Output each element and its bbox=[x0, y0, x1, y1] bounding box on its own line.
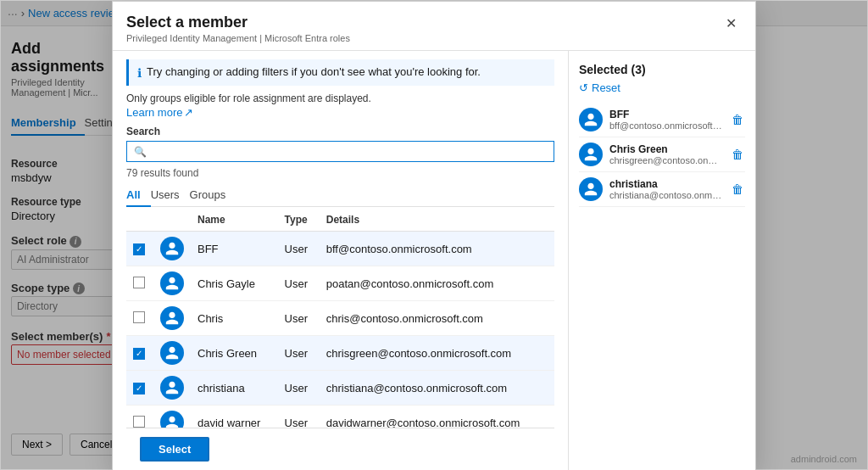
search-box: 🔍 bbox=[126, 141, 554, 162]
th-details: Details bbox=[320, 207, 554, 232]
modal-title: Select a member bbox=[126, 26, 350, 31]
learn-more-link[interactable]: Learn more ↗ bbox=[126, 106, 554, 119]
selected-info: BFF bff@contoso.onmicrosoft.com bbox=[609, 109, 723, 131]
row-avatar-cell bbox=[153, 266, 191, 301]
row-checkbox[interactable] bbox=[133, 311, 145, 323]
row-type: User bbox=[278, 371, 320, 406]
row-type: User bbox=[278, 301, 320, 336]
row-details: poatan@contoso.onmicrosoft.com bbox=[320, 266, 554, 301]
row-details: chris@contoso.onmicrosoft.com bbox=[320, 301, 554, 336]
selected-item: Chris Green chrisgreen@contoso.onmicroso… bbox=[579, 137, 745, 172]
selected-avatar bbox=[579, 143, 603, 166]
row-checkbox[interactable]: ✓ bbox=[133, 383, 145, 394]
row-avatar-cell bbox=[153, 232, 191, 266]
selected-panel: Selected (3) ↺ Reset BFF bff@contoso.onm… bbox=[569, 51, 755, 469]
table-row[interactable]: ✓Chris GreenUserchrisgreen@contoso.onmic… bbox=[126, 336, 554, 371]
row-checkbox-cell: ✓ bbox=[126, 232, 153, 266]
selected-email: chrisgreen@contoso.onmicrosoft.com bbox=[609, 155, 723, 165]
row-avatar-cell bbox=[153, 371, 191, 406]
modal-left-panel: ℹ Try changing or adding filters if you … bbox=[113, 51, 569, 469]
main-window: ··· › New access review › Priv... Add as… bbox=[0, 0, 868, 470]
search-label: Search bbox=[126, 126, 554, 137]
row-details: chrisgreen@contoso.onmicrosoft.com bbox=[320, 336, 554, 371]
search-input[interactable] bbox=[152, 145, 547, 158]
modal-close-button[interactable]: ✕ bbox=[721, 26, 742, 33]
table-row[interactable]: ✓christianaUserchristiana@contoso.onmicr… bbox=[126, 371, 554, 406]
filter-tab-all[interactable]: All bbox=[126, 184, 151, 207]
avatar bbox=[160, 341, 184, 365]
selected-name: Chris Green bbox=[609, 143, 723, 155]
th-name: Name bbox=[191, 207, 278, 232]
delete-selected-button[interactable]: 🗑 bbox=[730, 146, 745, 163]
row-details: davidwarner@contoso.onmicrosoft.com bbox=[320, 406, 554, 428]
select-member-modal: Select a member Privileged Identity Mana… bbox=[112, 26, 756, 469]
row-name: Chris Green bbox=[191, 336, 278, 371]
reset-button[interactable]: ↺ Reset bbox=[579, 81, 745, 94]
avatar bbox=[160, 306, 184, 330]
row-type: User bbox=[278, 406, 320, 428]
modal-header-left: Select a member Privileged Identity Mana… bbox=[126, 26, 350, 43]
th-avatar bbox=[153, 207, 191, 232]
results-count: 79 results found bbox=[126, 167, 554, 179]
select-button[interactable]: Select bbox=[140, 437, 209, 462]
row-checkbox[interactable] bbox=[133, 277, 145, 288]
selected-info: christiana christiana@contoso.onmicrosof… bbox=[609, 178, 723, 200]
row-type: User bbox=[278, 266, 320, 301]
row-type: User bbox=[278, 336, 320, 371]
modal-body: ℹ Try changing or adding filters if you … bbox=[113, 51, 755, 469]
learn-more-text: Learn more bbox=[126, 106, 182, 119]
selected-title: Selected (3) bbox=[579, 63, 745, 76]
row-name: christiana bbox=[191, 371, 278, 406]
selected-avatar bbox=[579, 108, 603, 131]
info-banner-icon: ℹ bbox=[137, 66, 142, 80]
reset-icon: ↺ bbox=[579, 81, 588, 94]
th-checkbox bbox=[126, 207, 153, 232]
search-icon: 🔍 bbox=[134, 146, 147, 158]
delete-selected-button[interactable]: 🗑 bbox=[730, 111, 745, 128]
table-row[interactable]: ChrisUserchris@contoso.onmicrosoft.com bbox=[126, 301, 554, 336]
filter-tab-users[interactable]: Users bbox=[151, 184, 190, 207]
row-avatar-cell bbox=[153, 336, 191, 371]
row-checkbox[interactable] bbox=[133, 416, 145, 428]
row-checkbox-cell bbox=[126, 406, 153, 428]
modal-footer: Select bbox=[126, 428, 554, 469]
row-checkbox[interactable]: ✓ bbox=[133, 348, 145, 360]
selected-item: BFF bff@contoso.onmicrosoft.com 🗑 bbox=[579, 103, 745, 137]
external-link-icon: ↗ bbox=[184, 106, 193, 119]
row-name: Chris Gayle bbox=[191, 266, 278, 301]
selected-name: christiana bbox=[609, 178, 723, 190]
row-checkbox-cell: ✓ bbox=[126, 336, 153, 371]
table-row[interactable]: david warnerUserdavidwarner@contoso.onmi… bbox=[126, 406, 554, 428]
groups-note: Only groups eligible for role assignment… bbox=[126, 92, 554, 104]
filter-tab-groups[interactable]: Groups bbox=[190, 184, 236, 207]
window-body: Add assignments Privileged Identity Mana… bbox=[1, 26, 867, 469]
avatar bbox=[160, 271, 184, 295]
modal-overlay: Select a member Privileged Identity Mana… bbox=[1, 26, 867, 469]
row-checkbox-cell bbox=[126, 266, 153, 301]
row-name: Chris bbox=[191, 301, 278, 336]
selected-name: BFF bbox=[609, 109, 723, 120]
table-row[interactable]: Chris GayleUserpoatan@contoso.onmicrosof… bbox=[126, 266, 554, 301]
selected-items-list: BFF bff@contoso.onmicrosoft.com 🗑 Chris … bbox=[579, 103, 745, 207]
member-table-container: Name Type Details ✓BFFUserbff@contoso.on… bbox=[126, 207, 554, 428]
row-checkbox[interactable]: ✓ bbox=[133, 243, 145, 255]
row-checkbox-cell bbox=[126, 301, 153, 336]
modal-subtitle: Privileged Identity Management | Microso… bbox=[126, 33, 350, 43]
row-name: david warner bbox=[191, 406, 278, 428]
selected-info: Chris Green chrisgreen@contoso.onmicroso… bbox=[609, 143, 723, 165]
table-row[interactable]: ✓BFFUserbff@contoso.onmicrosoft.com bbox=[126, 232, 554, 266]
reset-label: Reset bbox=[592, 81, 620, 94]
info-banner: ℹ Try changing or adding filters if you … bbox=[126, 59, 554, 86]
row-details: christiana@contoso.onmicrosoft.com bbox=[320, 371, 554, 406]
row-type: User bbox=[278, 232, 320, 266]
row-checkbox-cell: ✓ bbox=[126, 371, 153, 406]
row-avatar-cell bbox=[153, 301, 191, 336]
selected-email: bff@contoso.onmicrosoft.com bbox=[609, 120, 723, 131]
member-table: Name Type Details ✓BFFUserbff@contoso.on… bbox=[126, 207, 554, 428]
row-details: bff@contoso.onmicrosoft.com bbox=[320, 232, 554, 266]
avatar bbox=[160, 411, 184, 428]
modal-header: Select a member Privileged Identity Mana… bbox=[113, 26, 755, 51]
avatar bbox=[160, 376, 184, 400]
th-type: Type bbox=[278, 207, 320, 232]
delete-selected-button[interactable]: 🗑 bbox=[730, 181, 745, 198]
